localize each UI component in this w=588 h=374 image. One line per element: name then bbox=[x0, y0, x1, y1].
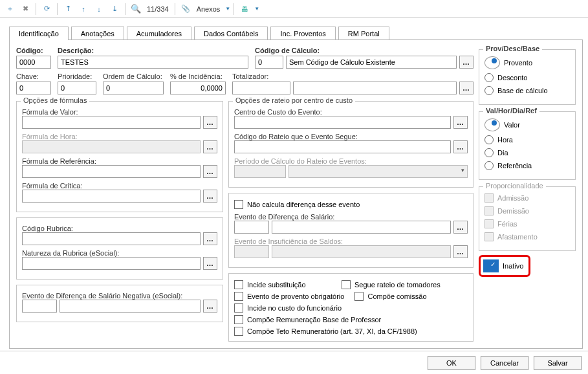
insuf-saldos-desc-input bbox=[272, 245, 451, 258]
chk-evento-provento-obrig[interactable]: Evento de provento obrigatório bbox=[234, 292, 344, 301]
provdescbase-legend: Prov/Desc/Base bbox=[483, 45, 542, 52]
radio-valor[interactable]: Valor bbox=[485, 118, 570, 131]
formula-ref-label: Fórmula de Referência: bbox=[22, 157, 217, 165]
formula-critica-lookup-button[interactable]: … bbox=[203, 190, 217, 203]
eventodifneg-code-input[interactable] bbox=[22, 300, 57, 313]
formula-valor-lookup-button[interactable]: … bbox=[203, 116, 217, 129]
delete-icon[interactable]: ✖ bbox=[18, 2, 32, 16]
codigo-rubrica-label: Código Rubrica: bbox=[22, 225, 217, 232]
rateio-fieldset: Opções de rateio por centro de custo Cen… bbox=[228, 101, 474, 188]
print-dd-icon[interactable]: ▼ bbox=[254, 6, 259, 12]
ok-button[interactable]: OK bbox=[428, 356, 475, 370]
formula-ref-input[interactable] bbox=[22, 165, 201, 178]
anexos-dd-icon[interactable]: ▼ bbox=[225, 6, 230, 12]
diferenca-fieldset: Não calcula diferença desse evento Event… bbox=[228, 193, 474, 268]
tab-acumuladores[interactable]: Acumuladores bbox=[127, 27, 191, 40]
chk-compoe-remun-prof[interactable]: Compõe Remuneração Base de Professor bbox=[234, 315, 381, 324]
insuf-saldos-label: Evento de Insuficiência de Saldos: bbox=[234, 237, 468, 245]
eventodifneg-lookup-button[interactable]: … bbox=[203, 300, 217, 313]
totalizador-code-input[interactable] bbox=[232, 82, 290, 94]
first-icon[interactable]: ⤒ bbox=[61, 2, 75, 16]
search-icon[interactable]: 🔍 bbox=[129, 2, 143, 16]
formula-hora-input bbox=[22, 140, 201, 153]
codigo-input[interactable] bbox=[16, 56, 51, 69]
natureza-rubrica-lookup-button[interactable]: … bbox=[203, 257, 217, 270]
codigo-rateio-input[interactable] bbox=[234, 140, 451, 153]
natureza-rubrica-input[interactable] bbox=[22, 257, 201, 270]
chk-compoe-comissao[interactable]: Compõe comissão bbox=[354, 292, 452, 301]
prioridade-label: Prioridade: bbox=[58, 72, 96, 80]
proporcionalidade-fieldset: Proporcionalidade Admissão Demissão Féri… bbox=[479, 186, 576, 251]
formula-ref-lookup-button[interactable]: … bbox=[203, 165, 217, 178]
valhordia-legend: Val/Hor/Dia/Ref bbox=[483, 107, 539, 115]
toolbar: ＋ ✖ ⟳ ⤒ ↑ ↓ ⤓ 🔍 11/334 📎 Anexos ▼ 🖶 ▼ bbox=[0, 0, 588, 18]
codcalc-desc-input[interactable] bbox=[286, 56, 457, 69]
last-icon[interactable]: ⤓ bbox=[107, 2, 122, 16]
descricao-input[interactable] bbox=[58, 56, 248, 69]
chave-input[interactable] bbox=[16, 82, 51, 94]
chk-compoe-teto[interactable]: Compõe Teto Remuneratório (art. 37, XI, … bbox=[234, 327, 428, 336]
add-icon[interactable]: ＋ bbox=[3, 2, 17, 16]
pct-input[interactable] bbox=[170, 82, 226, 94]
formulas-legend: Opções de fórmulas bbox=[21, 96, 89, 104]
codcalc-code-input[interactable] bbox=[255, 56, 283, 69]
ordem-input[interactable] bbox=[103, 82, 164, 94]
print-icon[interactable]: 🖶 bbox=[237, 2, 252, 16]
totalizador-desc-input[interactable] bbox=[293, 82, 457, 94]
tab-bar: Identificação Anotações Acumuladores Dad… bbox=[9, 26, 588, 39]
chk-afastamento: Afastamento bbox=[485, 232, 570, 241]
chk-ferias: Férias bbox=[485, 219, 570, 228]
rateio-legend: Opções de rateio por centro de custo bbox=[233, 96, 355, 104]
insuf-saldos-lookup-button[interactable]: … bbox=[453, 245, 468, 258]
centro-custo-input[interactable] bbox=[234, 116, 451, 129]
totalizador-lookup-button[interactable]: … bbox=[459, 82, 474, 94]
radio-basecalculo[interactable]: Base de cálculo bbox=[485, 86, 570, 95]
chk-incide-substituicao[interactable]: Incide substituição bbox=[234, 280, 331, 289]
tab-anotacoes[interactable]: Anotações bbox=[71, 27, 124, 40]
formula-valor-input[interactable] bbox=[22, 116, 201, 129]
prioridade-input[interactable] bbox=[58, 82, 96, 94]
prev-icon[interactable]: ↑ bbox=[76, 2, 91, 16]
anexos-label[interactable]: Anexos bbox=[194, 5, 223, 13]
radio-desconto[interactable]: Desconto bbox=[485, 73, 570, 82]
save-button[interactable]: Salvar bbox=[534, 356, 582, 370]
codigo-label: Código: bbox=[16, 47, 51, 54]
cancel-button[interactable]: Cancelar bbox=[481, 356, 528, 370]
codcalc-lookup-button[interactable]: … bbox=[459, 56, 474, 69]
chk-inativo[interactable]: Inativo bbox=[483, 259, 523, 272]
formula-critica-input[interactable] bbox=[22, 190, 201, 203]
eventodif-salario-desc-input[interactable] bbox=[272, 221, 451, 234]
radio-referencia[interactable]: Referência bbox=[485, 161, 570, 170]
tab-identificacao[interactable]: Identificação bbox=[9, 27, 69, 40]
rubrica-fieldset: Código Rubrica: … Natureza da Rubrica (e… bbox=[16, 217, 223, 280]
chk-incide-custo-func[interactable]: Incide no custo do funcionário bbox=[234, 303, 342, 313]
descricao-label: Descrição: bbox=[58, 47, 248, 54]
tab-rm-portal[interactable]: RM Portal bbox=[338, 27, 389, 40]
totalizador-label: Totalizador: bbox=[232, 72, 474, 80]
codigo-rubrica-lookup-button[interactable]: … bbox=[203, 232, 217, 245]
periodo-rateio-label: Período de Cálculo do Rateio de Eventos: bbox=[234, 157, 468, 165]
eventodif-salario-code-input[interactable] bbox=[234, 221, 269, 234]
nao-calcula-checkbox[interactable]: Não calcula diferença desse evento bbox=[234, 200, 468, 209]
dialog-footer: OK Cancelar Salvar bbox=[0, 351, 588, 374]
pct-label: % de Incidência: bbox=[170, 72, 226, 80]
chk-segue-rateio[interactable]: Segue rateio de tomadores bbox=[342, 280, 441, 289]
next-icon[interactable]: ↓ bbox=[92, 2, 106, 16]
chave-label: Chave: bbox=[16, 72, 51, 80]
attach-icon[interactable]: 📎 bbox=[179, 2, 193, 16]
incidencias-fieldset: Incide substituição Segue rateio de toma… bbox=[228, 273, 474, 342]
codigo-rubrica-input[interactable] bbox=[22, 232, 201, 245]
eventodif-salario-lookup-button[interactable]: … bbox=[453, 221, 468, 234]
refresh-icon[interactable]: ⟳ bbox=[39, 2, 54, 16]
chk-demissao: Demissão bbox=[485, 206, 570, 215]
codigo-rateio-lookup-button[interactable]: … bbox=[453, 140, 468, 153]
radio-dia[interactable]: Dia bbox=[485, 148, 570, 157]
eventodifneg-desc-input[interactable] bbox=[60, 300, 201, 313]
tab-dados-contabeis[interactable]: Dados Contábeis bbox=[194, 27, 268, 40]
tab-inc-proventos[interactable]: Inc. Proventos bbox=[270, 27, 335, 40]
radio-hora[interactable]: Hora bbox=[485, 135, 570, 144]
centro-custo-lookup-button[interactable]: … bbox=[453, 116, 468, 129]
provdescbase-fieldset: Prov/Desc/Base Provento Desconto Base de… bbox=[479, 49, 576, 105]
radio-provento[interactable]: Provento bbox=[485, 56, 570, 69]
formula-hora-lookup-button[interactable]: … bbox=[203, 140, 217, 153]
